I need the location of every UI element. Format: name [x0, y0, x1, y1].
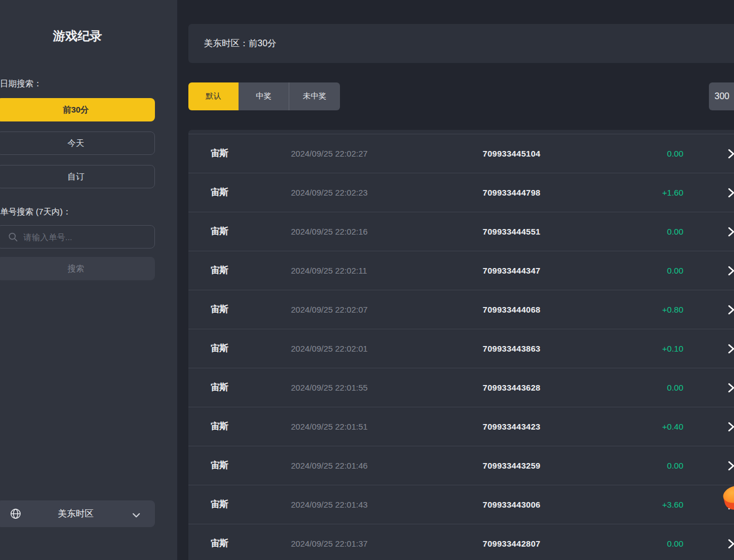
tab-not-winning[interactable]: 未中奖: [289, 82, 340, 110]
date-search-label: 日期搜索：: [0, 79, 42, 89]
page-size-button[interactable]: 300: [709, 82, 734, 110]
amount-value: +0.80: [622, 305, 683, 314]
amount-value: 0.00: [622, 383, 683, 392]
record-timestamp: 2024/09/25 22:02:23: [291, 188, 483, 197]
chevron-right-icon[interactable]: [683, 305, 734, 315]
amount-value: 0.00: [622, 149, 683, 158]
game-name: 宙斯: [211, 226, 291, 237]
order-number: 709933444551: [483, 227, 622, 236]
amount-value: 0.00: [622, 227, 683, 236]
record-timestamp: 2024/09/25 22:01:37: [291, 539, 483, 548]
amount-value: +0.40: [622, 422, 683, 431]
tab-winning[interactable]: 中奖: [239, 82, 289, 110]
game-name: 宙斯: [211, 382, 291, 393]
amount-value: +1.60: [622, 188, 683, 197]
chevron-right-icon[interactable]: [683, 539, 734, 549]
chevron-right-icon[interactable]: [683, 344, 734, 354]
date-range-today-button[interactable]: 今天: [0, 132, 155, 155]
game-name: 宙斯: [211, 343, 291, 354]
sidebar: 游戏纪录 日期搜索： 前30分 今天 自订 单号搜索 (7天内)： 搜索 美东时…: [0, 0, 177, 560]
order-search-box: [0, 225, 155, 249]
order-number: 709933443259: [483, 461, 622, 470]
order-number: 709933443628: [483, 383, 622, 392]
order-number: 709933443006: [483, 500, 622, 509]
table-row[interactable]: 宙斯 2024/09/25 22:02:16 709933444551 0.00: [188, 212, 734, 251]
chevron-right-icon[interactable]: [683, 422, 734, 432]
chevron-right-icon[interactable]: [683, 383, 734, 393]
game-name: 宙斯: [211, 421, 291, 432]
order-number: 709933444347: [483, 266, 622, 275]
records-header-bar: 美东时区：前30分: [188, 24, 734, 63]
table-row[interactable]: 宙斯 2024/09/25 22:02:27 709933445104 0.00: [188, 134, 734, 173]
record-timestamp: 2024/09/25 22:01:51: [291, 422, 483, 431]
table-row[interactable]: 宙斯 2024/09/25 22:02:11 709933444347 0.00: [188, 251, 734, 290]
chevron-right-icon[interactable]: [683, 266, 734, 276]
amount-value: +0.10: [622, 344, 683, 353]
records-list: 宙斯 2024/09/25 22:02:27 709933445104 0.00…: [188, 130, 734, 560]
record-timestamp: 2024/09/25 22:01:46: [291, 461, 483, 470]
page-title: 游戏纪录: [0, 28, 155, 45]
game-name: 宙斯: [211, 304, 291, 315]
table-row[interactable]: 宙斯 2024/09/25 22:01:37 709933442807 0.00: [188, 524, 734, 560]
partial-row-sliver: [188, 130, 734, 134]
record-timestamp: 2024/09/25 22:01:43: [291, 500, 483, 509]
table-row[interactable]: 宙斯 2024/09/25 22:02:07 709933444068 +0.8…: [188, 290, 734, 329]
filter-tab-group: 默认 中奖 未中奖: [188, 82, 340, 110]
record-timestamp: 2024/09/25 22:02:27: [291, 149, 483, 158]
order-number: 709933443863: [483, 344, 622, 353]
game-name: 宙斯: [211, 265, 291, 276]
amount-value: 0.00: [622, 539, 683, 548]
order-number: 709933442807: [483, 539, 622, 548]
chevron-down-icon: [132, 510, 140, 520]
amount-value: 0.00: [622, 461, 683, 470]
table-row[interactable]: 宙斯 2024/09/25 22:01:55 709933443628 0.00: [188, 368, 734, 407]
order-number: 709933445104: [483, 149, 622, 158]
order-number: 709933444798: [483, 188, 622, 197]
chevron-right-icon[interactable]: [683, 149, 734, 159]
date-range-last30min-button[interactable]: 前30分: [0, 98, 155, 121]
chevron-right-icon[interactable]: [683, 188, 734, 198]
order-search-label: 单号搜索 (7天内)：: [0, 207, 71, 217]
timezone-select[interactable]: 美东时区: [0, 500, 155, 527]
tab-default[interactable]: 默认: [188, 82, 239, 110]
game-name: 宙斯: [211, 460, 291, 471]
record-timestamp: 2024/09/25 22:01:55: [291, 383, 483, 392]
table-row[interactable]: 宙斯 2024/09/25 22:02:01 709933443863 +0.1…: [188, 329, 734, 368]
table-row[interactable]: 宙斯 2024/09/25 22:01:51 709933443423 +0.4…: [188, 407, 734, 446]
date-range-custom-button[interactable]: 自订: [0, 165, 155, 188]
chevron-right-icon[interactable]: [683, 461, 734, 471]
order-number: 709933444068: [483, 305, 622, 314]
search-button[interactable]: 搜索: [0, 257, 155, 280]
game-name: 宙斯: [211, 538, 291, 549]
search-icon: [8, 232, 18, 242]
table-row[interactable]: 宙斯 2024/09/25 22:02:23 709933444798 +1.6…: [188, 173, 734, 212]
record-timestamp: 2024/09/25 22:02:01: [291, 344, 483, 353]
table-row[interactable]: 宙斯 2024/09/25 22:01:43 709933443006 +3.6…: [188, 485, 734, 524]
order-search-input[interactable]: [23, 232, 140, 242]
record-timestamp: 2024/09/25 22:02:11: [291, 266, 483, 275]
game-name: 宙斯: [211, 499, 291, 510]
amount-value: +3.60: [622, 500, 683, 509]
record-timestamp: 2024/09/25 22:02:07: [291, 305, 483, 314]
chevron-right-icon[interactable]: [683, 227, 734, 237]
table-row[interactable]: 宙斯 2024/09/25 22:01:46 709933443259 0.00: [188, 446, 734, 485]
globe-icon: [10, 508, 21, 522]
game-name: 宙斯: [211, 187, 291, 198]
amount-value: 0.00: [622, 266, 683, 275]
record-timestamp: 2024/09/25 22:02:16: [291, 227, 483, 236]
order-number: 709933443423: [483, 422, 622, 431]
records-header-title: 美东时区：前30分: [204, 38, 276, 50]
game-name: 宙斯: [211, 148, 291, 159]
